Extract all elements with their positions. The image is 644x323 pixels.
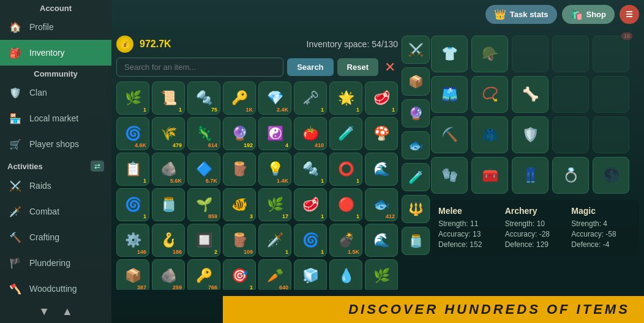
equip-cell-19[interactable]: 🌑 bbox=[593, 157, 629, 194]
sidebar-item-raids[interactable]: ⚔️ Raids bbox=[0, 173, 111, 199]
grid-cell-33[interactable]: 🪝186 bbox=[152, 224, 185, 257]
equip-cell-15[interactable]: 🧤 bbox=[431, 157, 468, 194]
grid-cell-22[interactable]: ⭕1 bbox=[329, 153, 362, 186]
equip-cell-2[interactable] bbox=[512, 36, 549, 72]
equip-cell-13[interactable] bbox=[552, 116, 589, 153]
equip-cell-5[interactable]: 🩳 bbox=[431, 76, 468, 113]
nav-down-arrow[interactable]: ▼ bbox=[39, 305, 50, 318]
grid-cell-28[interactable]: 🌿17 bbox=[258, 188, 291, 221]
shop-button[interactable]: 🛍️ Shop bbox=[562, 5, 615, 24]
grid-cell-31[interactable]: 🐟412 bbox=[365, 188, 398, 221]
sidebar-item-inventory[interactable]: 🎒 Inventory bbox=[0, 40, 111, 66]
grid-cell-0[interactable]: 🌿1 bbox=[116, 82, 149, 115]
equip-cell-4[interactable]: 16 bbox=[593, 36, 629, 72]
sidebar-item-profile[interactable]: 🏠 Profile bbox=[0, 14, 111, 40]
grid-cell-45[interactable]: 🧊 bbox=[294, 259, 327, 290]
equip-cell-8[interactable] bbox=[552, 76, 589, 113]
equip-cell-14[interactable] bbox=[593, 116, 629, 153]
equip-cell-12[interactable]: 🛡️ bbox=[512, 116, 549, 153]
equip-cell-6[interactable]: 📿 bbox=[471, 76, 508, 113]
grid-cell-38[interactable]: 💣1.5K bbox=[329, 224, 362, 257]
grid-cell-18[interactable]: 🔷6.7K bbox=[187, 153, 220, 186]
strip-cell-6[interactable]: 🫙 bbox=[402, 227, 430, 255]
equip-cell-7[interactable]: 🦴 bbox=[512, 76, 549, 113]
sidebar-item-clan[interactable]: 🛡️ Clan bbox=[0, 80, 111, 105]
cell-icon-8: 🌀 bbox=[125, 126, 141, 142]
grid-cell-29[interactable]: 🥩1 bbox=[294, 188, 327, 221]
strip-cell-4[interactable]: 🧪 bbox=[402, 163, 430, 191]
strip-cell-5[interactable]: 🔱 bbox=[402, 195, 430, 223]
sidebar-item-local-market[interactable]: 🏪 Local market bbox=[0, 105, 111, 131]
grid-cell-20[interactable]: 💡1.4K bbox=[258, 153, 291, 186]
equip-cell-11[interactable]: 🧥 bbox=[471, 116, 508, 153]
crafting-icon: 🔨 bbox=[7, 229, 23, 245]
strip-cell-2[interactable]: 🔮 bbox=[402, 99, 430, 127]
grid-cell-16[interactable]: 📋1 bbox=[116, 153, 149, 186]
equip-cell-3[interactable] bbox=[552, 36, 589, 72]
grid-cell-41[interactable]: 🪨259 bbox=[152, 259, 185, 290]
grid-cell-3[interactable]: 🔑1K bbox=[223, 82, 256, 115]
grid-cell-14[interactable]: 🧪 bbox=[329, 117, 362, 150]
grid-cell-9[interactable]: 🌾479 bbox=[152, 117, 185, 150]
grid-cell-11[interactable]: 🔮192 bbox=[223, 117, 256, 150]
grid-cell-4[interactable]: 💎2.4K bbox=[258, 82, 291, 115]
sidebar-item-player-shops[interactable]: 🛒 Player shops bbox=[0, 131, 111, 157]
grid-cell-21[interactable]: 🔩1 bbox=[294, 153, 327, 186]
equip-cell-0[interactable]: 👕 bbox=[431, 36, 468, 72]
grid-cell-17[interactable]: 🪨5.6K bbox=[152, 153, 185, 186]
activities-toggle[interactable]: ⇄ bbox=[91, 161, 104, 172]
equip-cell-16[interactable]: 🧰 bbox=[471, 157, 508, 194]
sidebar-item-combat[interactable]: 🗡️ Combat bbox=[0, 199, 111, 224]
task-stats-button[interactable]: 👑 Task stats bbox=[485, 5, 557, 24]
grid-cell-8[interactable]: 🌀4.6K bbox=[116, 117, 149, 150]
close-button[interactable]: ✕ bbox=[382, 59, 398, 75]
grid-cell-39[interactable]: 🌊 bbox=[365, 224, 398, 257]
grid-cell-35[interactable]: 🪵109 bbox=[223, 224, 256, 257]
grid-cell-32[interactable]: ⚙️146 bbox=[116, 224, 149, 257]
grid-cell-5[interactable]: 🗝️1 bbox=[294, 82, 327, 115]
grid-cell-47[interactable]: 🌿 bbox=[365, 259, 398, 290]
grid-cell-44[interactable]: 🥕640 bbox=[258, 259, 291, 290]
cell-icon-43: 🎯 bbox=[231, 268, 248, 284]
grid-cell-25[interactable]: 🫙 bbox=[152, 188, 185, 221]
grid-cell-19[interactable]: 🪵 bbox=[223, 153, 256, 186]
grid-cell-6[interactable]: 🌟1 bbox=[329, 82, 362, 115]
nav-up-arrow[interactable]: ▲ bbox=[62, 305, 73, 318]
grid-cell-7[interactable]: 🥩1 bbox=[365, 82, 398, 115]
grid-cell-15[interactable]: 🍄 bbox=[365, 117, 398, 150]
grid-cell-1[interactable]: 📜1 bbox=[152, 82, 185, 115]
grid-cell-37[interactable]: 🌀1 bbox=[294, 224, 327, 257]
equip-cell-10[interactable]: ⛏️ bbox=[431, 116, 468, 153]
strip-cell-1[interactable]: 📦 bbox=[402, 67, 430, 96]
menu-button[interactable]: ☰ bbox=[620, 5, 639, 24]
strip-cell-3[interactable]: 🐟 bbox=[402, 131, 430, 159]
cell-icon-10: 🦎 bbox=[196, 126, 212, 142]
reset-button[interactable]: Reset bbox=[337, 58, 378, 76]
sidebar-item-plundering[interactable]: 🏴 Plundering bbox=[0, 250, 111, 276]
equip-cell-17[interactable]: 👖 bbox=[512, 157, 549, 194]
grid-cell-10[interactable]: 🦎614 bbox=[187, 117, 220, 150]
sidebar-item-woodcutting[interactable]: 🪓 Woodcutting bbox=[0, 276, 111, 302]
grid-cell-43[interactable]: 🎯1 bbox=[223, 259, 256, 290]
grid-cell-24[interactable]: 🌀1 bbox=[116, 188, 149, 221]
grid-cell-26[interactable]: 🌱859 bbox=[187, 188, 220, 221]
grid-cell-36[interactable]: 🗡️1 bbox=[258, 224, 291, 257]
grid-cell-13[interactable]: 🍅410 bbox=[294, 117, 327, 150]
equip-cell-18[interactable]: 💍 bbox=[552, 157, 589, 194]
grid-cell-27[interactable]: 🐠3 bbox=[223, 188, 256, 221]
grid-cell-30[interactable]: 🔴1 bbox=[329, 188, 362, 221]
grid-cell-46[interactable]: 💧 bbox=[329, 259, 362, 290]
grid-cell-34[interactable]: 🔲2 bbox=[187, 224, 220, 257]
strip-cell-0[interactable]: ⚔️ bbox=[402, 36, 430, 64]
grid-cell-23[interactable]: 🌊 bbox=[365, 153, 398, 186]
equip-cell-1[interactable]: 🪖 bbox=[471, 36, 508, 72]
search-button[interactable]: Search bbox=[287, 58, 333, 76]
search-input[interactable] bbox=[116, 58, 283, 77]
cell-icon-0: 🌿 bbox=[125, 90, 141, 106]
grid-cell-12[interactable]: ☯️4 bbox=[258, 117, 291, 150]
equip-cell-9[interactable] bbox=[593, 76, 629, 113]
grid-cell-2[interactable]: 🔩75 bbox=[187, 82, 220, 115]
grid-cell-42[interactable]: 🔑766 bbox=[187, 259, 220, 290]
grid-cell-40[interactable]: 📦387 bbox=[116, 259, 149, 290]
sidebar-item-crafting[interactable]: 🔨 Crafting bbox=[0, 224, 111, 250]
